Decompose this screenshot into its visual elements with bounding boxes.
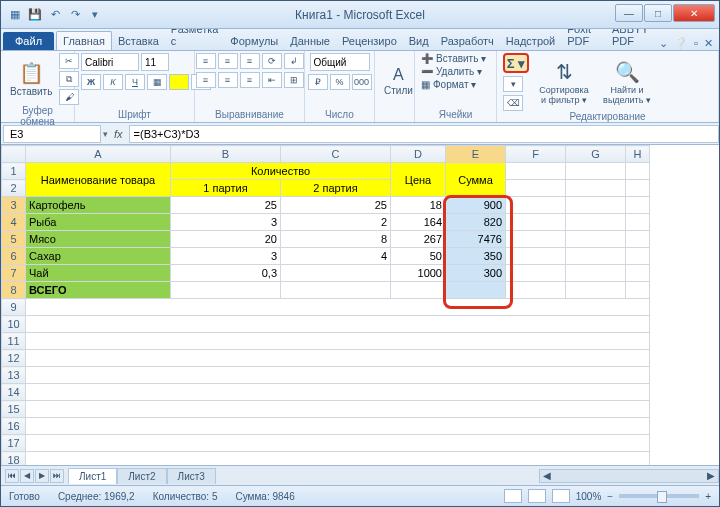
col-header-g[interactable]: G [566, 146, 626, 163]
cell-selected[interactable]: 350 [446, 248, 506, 265]
row-header[interactable]: 16 [2, 418, 26, 435]
row-header[interactable]: 14 [2, 384, 26, 401]
indent-dec-icon[interactable]: ⇤ [262, 72, 282, 88]
clear-icon[interactable]: ⌫ [503, 95, 523, 111]
cell[interactable] [26, 452, 650, 466]
file-tab[interactable]: Файл [3, 32, 54, 50]
merge-icon[interactable]: ⊞ [284, 72, 304, 88]
cell[interactable]: 8 [281, 231, 391, 248]
cell[interactable] [566, 197, 626, 214]
worksheet-grid[interactable]: A B C D E F G H 1 Наименование товара Ко… [1, 145, 719, 465]
cell[interactable] [566, 265, 626, 282]
tab-formulas[interactable]: Формулы [224, 32, 284, 50]
font-size-input[interactable] [141, 53, 169, 71]
zoom-slider[interactable] [619, 494, 699, 498]
border-button[interactable]: ▦ [147, 74, 167, 90]
sheet-tab-1[interactable]: Лист1 [68, 468, 117, 484]
col-header-c[interactable]: C [281, 146, 391, 163]
percent-icon[interactable]: % [330, 74, 350, 90]
row-header[interactable]: 1 [2, 163, 26, 180]
paste-button[interactable]: 📋Вставить [7, 59, 55, 99]
autosum-button[interactable]: Σ ▾ [503, 53, 529, 73]
cell[interactable]: 25 [171, 197, 281, 214]
cell[interactable] [506, 231, 566, 248]
cell[interactable] [626, 282, 650, 299]
align-center-icon[interactable]: ≡ [218, 72, 238, 88]
row-header[interactable]: 17 [2, 435, 26, 452]
row-header[interactable]: 12 [2, 350, 26, 367]
cell[interactable]: 267 [391, 231, 446, 248]
align-mid-icon[interactable]: ≡ [218, 53, 238, 69]
cell[interactable] [26, 384, 650, 401]
sheet-prev-icon[interactable]: ◀ [20, 469, 34, 483]
formula-input[interactable] [129, 125, 719, 143]
view-layout-button[interactable] [528, 489, 546, 503]
cell[interactable] [506, 163, 566, 180]
close-button[interactable]: ✕ [673, 4, 715, 22]
zoom-out-icon[interactable]: − [607, 491, 613, 502]
cell[interactable] [26, 333, 650, 350]
select-all-corner[interactable] [2, 146, 26, 163]
col-header-h[interactable]: H [626, 146, 650, 163]
align-top-icon[interactable]: ≡ [196, 53, 216, 69]
cell[interactable]: 3 [171, 214, 281, 231]
cell[interactable]: Цена [391, 163, 446, 197]
cell[interactable]: Сахар [26, 248, 171, 265]
col-header-e[interactable]: E [446, 146, 506, 163]
row-header[interactable]: 18 [2, 452, 26, 466]
window-close-icon[interactable]: ✕ [704, 37, 713, 50]
view-normal-button[interactable] [504, 489, 522, 503]
row-header[interactable]: 11 [2, 333, 26, 350]
cell[interactable] [506, 282, 566, 299]
cell[interactable]: ВСЕГО [26, 282, 171, 299]
cell[interactable]: 4 [281, 248, 391, 265]
cell[interactable] [566, 163, 626, 180]
help-icon[interactable]: ❔ [674, 37, 688, 50]
cell[interactable] [626, 265, 650, 282]
view-break-button[interactable] [552, 489, 570, 503]
tab-review[interactable]: Рецензиро [336, 32, 403, 50]
tab-home[interactable]: Главная [56, 31, 112, 50]
cell[interactable] [506, 214, 566, 231]
fill-down-icon[interactable]: ▾ [503, 76, 523, 92]
row-header[interactable]: 7 [2, 265, 26, 282]
tab-addins[interactable]: Надстрой [500, 32, 561, 50]
tab-dev[interactable]: Разработч [435, 32, 500, 50]
align-bot-icon[interactable]: ≡ [240, 53, 260, 69]
cell-selected[interactable] [446, 282, 506, 299]
align-right-icon[interactable]: ≡ [240, 72, 260, 88]
cell[interactable] [26, 401, 650, 418]
find-select-button[interactable]: 🔍Найти и выделить ▾ [599, 58, 655, 107]
cell[interactable] [506, 265, 566, 282]
row-header[interactable]: 8 [2, 282, 26, 299]
zoom-level[interactable]: 100% [576, 491, 602, 502]
cell[interactable] [626, 214, 650, 231]
cell[interactable] [281, 265, 391, 282]
cell[interactable]: 2 партия [281, 180, 391, 197]
cell[interactable] [506, 197, 566, 214]
cell[interactable]: 0,3 [171, 265, 281, 282]
tab-view[interactable]: Вид [403, 32, 435, 50]
row-header[interactable]: 5 [2, 231, 26, 248]
cell-selected[interactable]: 900 [446, 197, 506, 214]
fill-color-button[interactable] [169, 74, 189, 90]
horizontal-scrollbar[interactable]: ◀▶ [539, 469, 719, 483]
cells-delete-button[interactable]: ➖Удалить ▾ [421, 66, 482, 77]
cell[interactable]: 25 [281, 197, 391, 214]
col-header-d[interactable]: D [391, 146, 446, 163]
cell[interactable]: 2 [281, 214, 391, 231]
cell[interactable] [171, 282, 281, 299]
minimize-button[interactable]: — [615, 4, 643, 22]
cell[interactable]: 20 [171, 231, 281, 248]
cell[interactable] [566, 282, 626, 299]
cell[interactable] [26, 367, 650, 384]
cell[interactable] [26, 316, 650, 333]
tab-insert[interactable]: Вставка [112, 32, 165, 50]
tab-data[interactable]: Данные [284, 32, 336, 50]
cell-selected[interactable]: 7476 [446, 231, 506, 248]
maximize-button[interactable]: □ [644, 4, 672, 22]
row-header[interactable]: 15 [2, 401, 26, 418]
cell[interactable] [626, 197, 650, 214]
cell[interactable]: Картофель [26, 197, 171, 214]
window-restore-icon[interactable]: ▫ [694, 37, 698, 50]
